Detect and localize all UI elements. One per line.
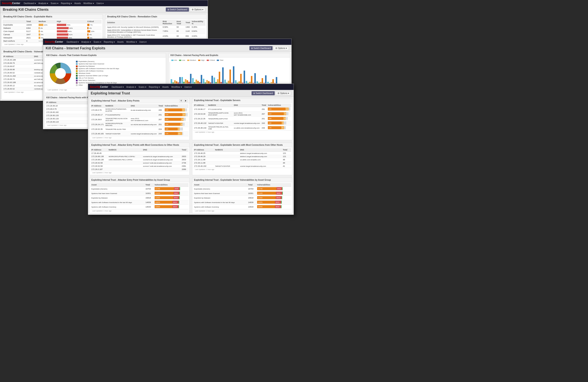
table-row: 172.26.46.29deblion1.target.tenablesecur… [193, 155, 291, 158]
attacker-entry-footer: Last Updated: 1 hour ago [90, 136, 189, 139]
known-exploits-legend: Exploitable (Generic) Systems that have … [76, 61, 119, 87]
table-row: Exploited by Malware 15818 11402 3543 [90, 196, 189, 200]
nav-analysis-w2[interactable]: Analysis ▾ [81, 41, 91, 43]
options-btn-w2[interactable]: ⚙ Options ▾ [273, 46, 289, 50]
nav-workflow-w3[interactable]: Workflow ▾ [171, 86, 182, 88]
nav-assets-w3[interactable]: Assets [162, 86, 169, 88]
server-connections-header: Exploiting Internal Trust - Exploitable … [192, 143, 292, 147]
table-row: Exploitable (Generic) 16703 11740 3405 [193, 187, 291, 191]
table-row: Apply MS16-149: Security Update for Micr… [106, 25, 206, 29]
table-row: 172.26.52.58scmres7.redb.lab.tenablesecu… [90, 161, 189, 165]
nav-bar-w3: SecurityCenter Dashboard ▾ Analysis ▾ Sc… [88, 84, 294, 90]
nav-assets-w1[interactable]: Assets [74, 2, 81, 4]
server-connections-table: IP Address NetBIOS DNS Total 172.26.46.2… [193, 148, 291, 168]
nav-analysis-w3[interactable]: Analysis ▾ [126, 86, 136, 88]
known-exploits-header: Kill Chains - Assets That Contain Known … [45, 53, 166, 58]
title-actions-w1: ⊞ Switch Dashboard ⚙ Options ▾ [166, 7, 205, 12]
exploitable-servers-panel: Exploiting Internal Trust - Exploitable … [192, 98, 292, 140]
table-row: 172.26.11.9848 [193, 161, 291, 165]
nav-reporting-w2[interactable]: Reporting ▾ [104, 41, 115, 43]
nav-analysis-w1[interactable]: Analysis ▾ [38, 2, 48, 4]
col-critical: Critical [86, 20, 102, 23]
table-row: 172.26.52.35 TENAGR\TRE-ALNS-TEM 224 169… [90, 127, 189, 132]
title-bar-w3: Exploiting Internal Trust ⊞ Switch Dashb… [88, 90, 294, 97]
entry-vulns-asset-footer: Last Updated: 1 hour ago [90, 209, 189, 212]
options-btn-w1[interactable]: ⚙ Options ▾ [190, 7, 205, 12]
table-row: 172.26.46.25deblion1.target.tenablesecur… [193, 152, 291, 155]
attacker-connections-table: IP Address NetBIOS DNS Total 17.26.46.45… [90, 148, 189, 171]
nav-bar-w2: SecurityCenter Dashboard ▾ Analysis ▾ Sc… [43, 39, 292, 45]
nav-bar-w1: SecurityCenter Dashboard ▾ Analysis ▾ Sc… [0, 0, 208, 6]
switch-dashboard-btn-w2[interactable]: ⊞ Switch Dashboard [249, 46, 273, 50]
entry-vulns-asset-header: Exploiting Internal Trust - Attacker Ent… [90, 178, 189, 182]
entry-vulns-asset-table: Asset Total Vulnerabilities Exploitable … [90, 183, 189, 209]
nav-users-w1[interactable]: Users ▾ [97, 2, 104, 4]
attacker-entry-panel: Exploiting Internal Trust - Attacker Ent… [89, 98, 189, 140]
table-row: Canvas 1847 5% 91% 4% [2, 33, 102, 36]
page-title-w2: Kill Chains - Internet Facing Exploits [46, 46, 105, 50]
nav-dashboard-w1[interactable]: Dashboard ▾ [23, 2, 36, 4]
table-row: 172.26.22.35 TENAGR\RELASPS-FSH 251 208 … [193, 116, 291, 121]
server-vulns-asset-header: Exploiting Internal Trust - Exploitable … [192, 178, 292, 182]
exploitable-servers-table: IP Address NetBIOS DNS Total Vulnerabili… [193, 103, 291, 131]
attacker-connections-header: Exploiting Internal Trust - Attacker Ent… [90, 143, 189, 147]
table-row: 172.26.48.165 TARGETVCENTER vcenter.targ… [90, 132, 189, 136]
table-row: 172.26.53.39 TENAGR\RELASPS-GCM-2015-WHA… [193, 112, 291, 116]
table-row: Exploitable (Generic) 16703 11740 3405 [90, 187, 189, 191]
nav-reporting-w3[interactable]: Reporting ▾ [149, 86, 160, 88]
attacker-entry-settings-btn[interactable]: ⚙ [179, 99, 183, 102]
table-row: 17.26.46.45 [90, 152, 189, 155]
nav-dashboard-w3[interactable]: Dashboard ▾ [111, 86, 124, 88]
title-bar-w1: Breaking Kill Chains Clients ⊞ Switch Da… [0, 6, 208, 13]
nav-scans-w2[interactable]: Scans ▾ [93, 41, 101, 43]
internet-facing-ports-legend: Info Low Medium High Critical Total [170, 58, 289, 62]
attacker-entry-header: Exploiting Internal Trust - Attacker Ent… [90, 98, 189, 103]
server-connections-footer: Last Updated: 1 hour ago [193, 168, 291, 171]
table-row: Systems with Software Inventory 14533 10… [193, 205, 291, 209]
nav-dashboard-w2[interactable]: Dashboard ▾ [66, 41, 79, 43]
nav-scans-w3[interactable]: Scans ▾ [139, 86, 146, 88]
switch-dashboard-btn-w1[interactable]: ⊞ Switch Dashboard [166, 7, 189, 12]
nav-reporting-w1[interactable]: Reporting ▾ [61, 2, 72, 4]
internet-facing-ports-header: Kill Chains - Internet Facing Ports and … [169, 53, 290, 58]
brand-w1: SecurityCenter [2, 2, 20, 5]
options-btn-w3[interactable]: ⚙ Options ▾ [275, 91, 291, 95]
attacker-entry-table: IP Address NetBIOS DNS Total Vulnerabili… [90, 104, 189, 136]
table-row: 172.26.11.98ce-attrib-core.tenabilis.com… [193, 158, 291, 161]
table-row: Apply MS14-072: Vulnerability in .NET Fr… [106, 34, 206, 39]
table-row: Systems with Software Inventoried in the… [193, 200, 291, 205]
table-row: Core Impact 5117 4% 84% 12% [2, 30, 102, 33]
nav-users-w3[interactable]: Users ▾ [184, 86, 192, 88]
table-row: 172.26.86.17 PTYJJUW\VSP92 291 229 44 [193, 107, 291, 112]
table-row: 172.26.68.138WORKGROUP\NIN-PBCJ-CRF6Uvce… [90, 155, 189, 158]
nav-scans-w1[interactable]: Scans ▾ [51, 2, 58, 4]
table-row: Exploited by Malware 15818 11402 3543 [193, 196, 291, 200]
table-row: 172.26.39.8 TENAGR\TRES-ALNS-GCM-2015-AR… [90, 117, 189, 122]
col-label [2, 20, 25, 23]
server-vulns-asset-footer: Last Updated: 1 hour ago [193, 209, 291, 212]
nav-assets-w2[interactable]: Assets [117, 41, 124, 43]
table-row: 172.26.46.192TARGETVCENTERvcenter.target… [193, 165, 291, 168]
nav-workflow-w1[interactable]: Workflow ▾ [84, 2, 94, 4]
internet-facing-ports-chart: S288 S3888 [170, 62, 289, 86]
exploitable-servers-footer: Last Updated: 1 hour ago [193, 131, 291, 134]
table-row: Systems that have been Scanned 16301 114… [90, 191, 189, 196]
exploitable-matrix-header: Breaking Kill Chains Clients - Exploitab… [2, 15, 103, 19]
switch-dashboard-btn-w3[interactable]: ⊞ Switch Dashboard [252, 91, 275, 95]
attacker-connections-panel: Exploiting Internal Trust - Attacker Ent… [89, 143, 189, 175]
nav-workflow-w2[interactable]: Workflow ▾ [126, 41, 137, 43]
table-row: Systems with Software Inventory 14533 10… [90, 205, 189, 209]
table-row: 172.26.24.171 WORKGROUP\PGCB-WNCINS scr-… [90, 122, 189, 127]
nav-users-w2[interactable]: Users ▾ [139, 41, 147, 43]
attacker-entry-expand-btn[interactable]: ▶ [184, 99, 188, 102]
table-row: 172.26.48.132 TENAGR\TREURI-ALTNS-CME ce… [193, 126, 291, 131]
table-row: 172.26.48.132 TARGETVCENTER vcenter.targ… [193, 121, 291, 126]
attacker-connections-footer: Last Updated: 1 hour ago [90, 171, 189, 174]
table-row: 172.26.0.1872089 [90, 168, 189, 171]
table-row: Exploitable 16699 22% 70% 7% [2, 23, 102, 27]
page-title-w3: Exploiting Internal Trust [91, 91, 130, 95]
entry-vulns-asset-panel: Exploiting Internal Trust - Attacker Ent… [89, 178, 189, 213]
table-row: 172.26.60.17 PTJUA64WIRSP92 291 229 44 [90, 113, 189, 117]
table-row: Malware 6384 3% 93% 4% [2, 27, 102, 30]
brand-w3: SecurityCenter [90, 85, 108, 89]
